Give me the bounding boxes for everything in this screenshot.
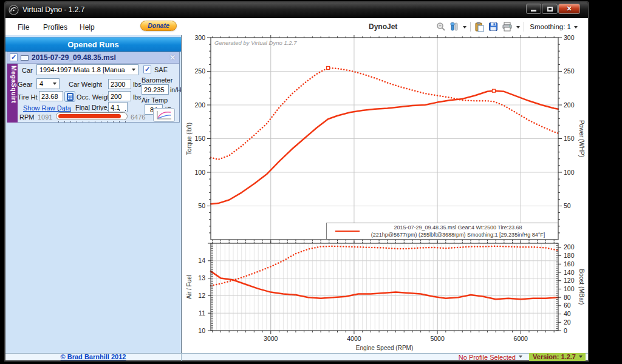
- legend-line2: (221hp@5677rpm) (255lbft@3688rpm) Smooth…: [364, 231, 552, 238]
- close-run-icon[interactable]: ✕: [169, 53, 176, 62]
- version-label: Version: 1.2.7: [533, 353, 576, 360]
- run-filename: 2015-07-29_09.48.35.msl: [32, 53, 116, 62]
- minimize-button[interactable]: [526, 4, 541, 14]
- svg-text:200: 200: [564, 243, 575, 251]
- menu-profiles[interactable]: Profiles: [39, 22, 71, 33]
- svg-text:Air / Fuel: Air / Fuel: [186, 275, 193, 299]
- donate-button[interactable]: Donate: [140, 21, 177, 31]
- gear-select-caret: [53, 83, 56, 87]
- svg-text:12: 12: [198, 292, 205, 299]
- save-icon[interactable]: [488, 22, 498, 32]
- dyno-chart-svg[interactable]: 5050100100150150200200250250300300101112…: [182, 35, 587, 353]
- profile-selector[interactable]: No Profile Selected: [459, 354, 522, 361]
- barometer-input[interactable]: [142, 84, 169, 95]
- chart-toolbar: Smoothing: 1: [436, 21, 579, 33]
- tire-ht-input[interactable]: [39, 91, 63, 101]
- smoothing-caret: [574, 26, 578, 30]
- copyright-link[interactable]: © Brad Barnhill 2012: [61, 353, 126, 360]
- paste-icon[interactable]: [474, 22, 485, 32]
- close-icon: ✕: [566, 5, 572, 13]
- svg-text:11: 11: [199, 309, 205, 317]
- maximize-button[interactable]: [542, 4, 558, 14]
- car-value: 1994-1997 Miata 1.8 [Manua: [39, 66, 125, 73]
- svg-text:0: 0: [564, 327, 567, 334]
- svg-text:100: 100: [194, 169, 205, 176]
- svg-text:80: 80: [564, 294, 571, 301]
- mini-chart-icon: [156, 110, 172, 120]
- svg-text:5000: 5000: [430, 335, 445, 342]
- smoothing-dropdown[interactable]: Smoothing: 1: [528, 22, 579, 31]
- tools-dropdown-caret[interactable]: [463, 26, 466, 30]
- zoom-out-icon[interactable]: [436, 22, 446, 32]
- gear-value: 4: [39, 80, 43, 87]
- car-select[interactable]: 1994-1997 Miata 1.8 [Manua: [36, 64, 138, 75]
- svg-text:10: 10: [198, 327, 205, 334]
- svg-text:Boost (MBar): Boost (MBar): [578, 269, 585, 305]
- chart-legend: 2015-07-29_09.48.35.msl Gear:4 Wt:2500 T…: [326, 223, 558, 240]
- run-enabled-checkbox[interactable]: ✓: [10, 53, 18, 61]
- window-title: Virtual Dyno - 1.2.7: [22, 5, 85, 14]
- rpm-slider-ticks-top: [58, 110, 126, 111]
- svg-text:100: 100: [564, 285, 575, 292]
- profile-caret: [519, 356, 522, 360]
- barometer-label: Barometer: [142, 76, 173, 84]
- svg-text:50: 50: [564, 202, 571, 209]
- menu-bar: File Profiles Help Donate DynoJet: [5, 18, 588, 35]
- occ-weight-label: Occ. Weight: [77, 93, 113, 101]
- rpm-slider-fill: [58, 114, 121, 118]
- svg-text:180: 180: [564, 252, 575, 259]
- rpm-label: RPM: [19, 113, 34, 121]
- status-bar: © Brad Barnhill 2012 No Profile Selected…: [5, 353, 588, 360]
- svg-text:250: 250: [194, 67, 205, 75]
- toolbar-separator: [470, 22, 471, 32]
- car-weight-input[interactable]: [108, 79, 131, 89]
- svg-text:Engine Speed (RPM): Engine Speed (RPM): [356, 345, 414, 351]
- legend-line1: 2015-07-29_09.48.35.msl Gear:4 Wt:2500 T…: [364, 224, 552, 231]
- svg-text:300: 300: [564, 35, 575, 41]
- svg-text:140: 140: [564, 269, 575, 276]
- car-select-caret: [132, 69, 135, 73]
- svg-text:6000: 6000: [514, 335, 528, 342]
- svg-text:3000: 3000: [264, 335, 278, 342]
- run-card-header: ✓ 2015-07-29_09.48.35.msl ✕: [7, 52, 179, 64]
- version-selector[interactable]: Version: 1.2.7: [529, 353, 586, 361]
- svg-text:14: 14: [198, 257, 205, 264]
- car-weight-unit: lbs: [133, 81, 141, 88]
- print-dropdown-caret[interactable]: [516, 26, 520, 30]
- app-client-area: File Profiles Help Donate DynoJet: [5, 18, 588, 360]
- opened-runs-header: Opened Runs: [5, 37, 181, 52]
- car-weight-label: Car Weight: [69, 81, 102, 88]
- rpm-range-slider[interactable]: [56, 112, 128, 120]
- tools-icon[interactable]: [449, 22, 459, 32]
- occ-weight-unit: lbs: [133, 93, 141, 101]
- svg-text:120: 120: [564, 277, 575, 284]
- print-icon[interactable]: [502, 22, 513, 32]
- svg-text:100: 100: [564, 169, 575, 176]
- svg-text:60: 60: [564, 302, 571, 309]
- app-window: Virtual Dyno - 1.2.7 ✕ File Profiles Hel…: [4, 1, 589, 362]
- menu-help[interactable]: Help: [76, 22, 98, 33]
- megasquirt-tab: MegaSquirt: [7, 64, 18, 123]
- rpm-slider-ticks-bottom: [58, 121, 126, 123]
- title-bar[interactable]: Virtual Dyno - 1.2.7 ✕: [5, 2, 588, 18]
- close-button[interactable]: ✕: [558, 4, 580, 14]
- tire-calculator-button[interactable]: [64, 91, 75, 102]
- svg-text:50: 50: [198, 202, 205, 209]
- toolbar-separator: [524, 22, 524, 32]
- air-temp-label: Air Temp: [142, 96, 168, 104]
- smoothing-label: Smoothing: 1: [530, 23, 571, 30]
- svg-text:4000: 4000: [347, 335, 361, 342]
- svg-text:150: 150: [564, 135, 575, 142]
- run-card: ✓ 2015-07-29_09.48.35.msl ✕ MegaSquirt C…: [7, 52, 180, 123]
- legend-line-swatch: [335, 231, 360, 232]
- rpm-min-value: 1091: [38, 113, 52, 121]
- gear-label: Gear: [18, 81, 32, 88]
- occ-weight-input[interactable]: [108, 91, 131, 101]
- svg-text:160: 160: [564, 260, 575, 268]
- svg-text:250: 250: [564, 67, 575, 75]
- sae-label: SAE: [154, 66, 168, 73]
- gear-select[interactable]: 4: [36, 78, 60, 89]
- sae-checkbox[interactable]: ✓: [143, 66, 151, 73]
- menu-file[interactable]: File: [14, 22, 33, 33]
- show-graph-button[interactable]: [153, 108, 175, 122]
